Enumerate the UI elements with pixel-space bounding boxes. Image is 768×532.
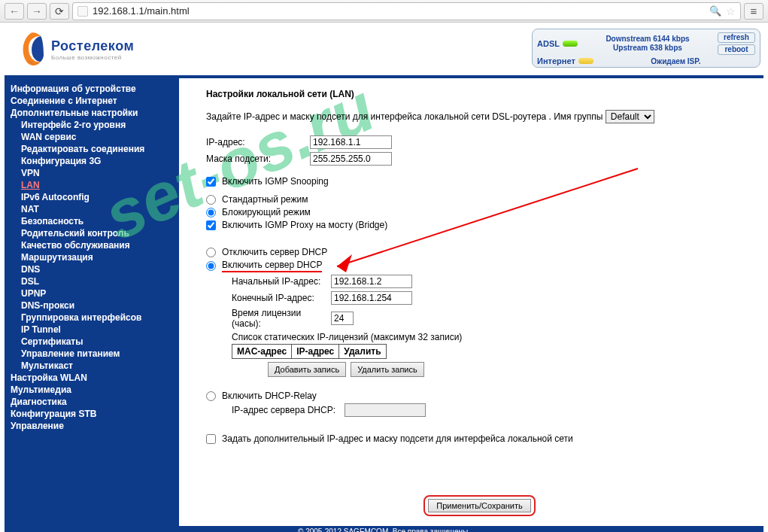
lease-label: Время лицензии (часы): [232,308,331,329]
brand-logo: Ростелеком Больше возможностей [18,32,134,68]
sidebar-item-21[interactable]: Сертификаты [11,336,179,348]
main-content: set-os.ru Настройки локальной сети (LAN)… [179,78,763,526]
end-ip-label: Конечный IP-адрес: [232,293,331,303]
static-ip-table: MAC-адрес IP-адрес Удалить [232,344,387,359]
start-ip-input[interactable] [331,275,412,288]
reload-button[interactable]: ⟳ [50,3,69,20]
sidebar-item-7[interactable]: VPN [11,167,179,179]
logo-tagline: Больше возможностей [51,54,134,61]
sidebar-item-18[interactable]: DNS-прокси [11,299,179,312]
th-delete: Удалить [339,345,386,359]
start-ip-label: Начальный IP-адрес: [232,276,331,287]
sidebar-item-23[interactable]: Мультикаст [11,360,179,372]
relay-ip-input[interactable] [345,403,426,417]
dhcp-relay-radio[interactable] [206,391,216,401]
logo-icon [18,32,44,68]
igmp-bridge-checkbox[interactable] [206,220,216,230]
internet-label: Интернет [537,56,575,65]
sidebar-item-3[interactable]: Интерфейс 2-го уровня [11,119,179,131]
mode-standard-label: Стандартный режим [222,194,308,205]
back-button[interactable]: ← [5,3,24,20]
sidebar-item-27[interactable]: Конфигурация STB [11,408,179,420]
sidebar-item-8[interactable]: LAN [11,179,179,191]
sidebar-item-1[interactable]: Соединение с Интернет [11,95,179,107]
refresh-button[interactable]: refresh [718,32,755,43]
sidebar-item-11[interactable]: Безопасность [11,215,179,227]
group-select[interactable]: Default [606,110,654,123]
page-footer: © 2005-2012 SAGEMCOM. Все права защищены… [5,526,763,532]
sidebar-item-5[interactable]: Редактировать соединения [11,143,179,155]
sidebar-item-15[interactable]: DNS [11,263,179,275]
downstream-text: Downstream 6144 kbps [581,35,715,44]
extra-ip-checkbox[interactable] [206,434,216,444]
dhcp-on-label: Включить сервер DHCP [222,260,322,272]
igmp-bridge-label: Включить IGMP Proxy на мосту (Bridge) [222,220,387,230]
sidebar-nav: Информация об устройствеСоединение с Инт… [5,78,179,526]
url-text: 192.168.1.1/main.html [93,5,705,17]
remove-entry-button[interactable]: Удалить запись [351,362,424,377]
add-entry-button[interactable]: Добавить запись [268,362,346,377]
internet-status: Ожидаем ISP. [596,57,755,65]
sidebar-item-4[interactable]: WAN сервис [11,131,179,143]
forward-button[interactable]: → [27,3,47,20]
mask-label: Маска подсети: [206,154,310,164]
sidebar-item-10[interactable]: NAT [11,203,179,215]
sidebar-item-0[interactable]: Информация об устройстве [11,83,179,95]
lease-input[interactable] [331,312,354,325]
address-bar[interactable]: 192.168.1.1/main.html 🔍 ☆ [72,2,741,20]
sidebar-item-2[interactable]: Дополнительные настройки [11,107,179,119]
adsl-label: ADSL [537,39,560,48]
mode-blocking-radio[interactable] [206,208,216,217]
search-icon[interactable]: 🔍 [709,5,721,17]
status-box: ADSL Downstream 6144 kbps Upstream 638 k… [532,29,760,68]
igmp-snooping-label: Включить IGMP Snooping [222,176,329,187]
dhcp-relay-label: Включить DHCP-Relay [222,391,317,401]
mode-standard-radio[interactable] [206,195,216,205]
apply-save-button[interactable]: Применить/Сохранить [428,499,531,512]
sidebar-item-17[interactable]: UPNP [11,287,179,299]
sidebar-item-14[interactable]: Маршрутизация [11,251,179,263]
th-mac: MAC-адрес [232,345,292,359]
upstream-text: Upstream 638 kbps [581,44,715,53]
th-ip: IP-адрес [292,345,339,359]
sidebar-item-19[interactable]: Группировка интерфейсов [11,312,179,324]
page-title: Настройки локальной сети (LAN) [206,89,753,99]
page-icon [77,6,88,17]
sidebar-item-12[interactable]: Родительский контроль [11,227,179,239]
extra-ip-label: Задать дополнительный IP-адрес и маску п… [222,433,573,444]
sidebar-item-13[interactable]: Качество обслуживания [11,239,179,251]
page-header: Ростелеком Больше возможностей ADSL Down… [5,26,763,75]
sidebar-item-22[interactable]: Управление питанием [11,348,179,360]
bookmark-icon[interactable]: ☆ [726,5,736,17]
sidebar-item-28[interactable]: Управление [11,420,179,432]
relay-ip-label: IP-адрес сервера DHCP: [232,405,345,415]
apply-highlight: Применить/Сохранить [423,495,536,516]
reboot-button[interactable]: reboot [718,44,755,55]
sidebar-item-20[interactable]: IP Tunnel [11,324,179,336]
page-description: Задайте IP-адрес и маску подсети для инт… [206,110,753,123]
mode-blocking-label: Блокирующий режим [222,207,311,217]
sidebar-item-16[interactable]: DSL [11,275,179,287]
static-caption: Список статических IP-лицензий (максимум… [232,332,753,342]
logo-name: Ростелеком [51,38,134,54]
dhcp-on-radio[interactable] [206,261,216,271]
ip-label: IP-адрес: [206,137,310,147]
sidebar-item-24[interactable]: Настройка WLAN [11,372,179,384]
end-ip-input[interactable] [331,291,412,305]
sidebar-item-25[interactable]: Мультимедиа [11,384,179,396]
mask-input[interactable] [310,152,392,166]
adsl-led-icon [563,41,578,47]
sidebar-item-26[interactable]: Диагностика [11,396,179,408]
menu-button[interactable]: ≡ [744,3,763,20]
browser-toolbar: ← → ⟳ 192.168.1.1/main.html 🔍 ☆ ≡ [0,0,768,23]
sidebar-item-6[interactable]: Конфигурация 3G [11,155,179,167]
sidebar-item-9[interactable]: IPv6 Autoconfig [11,191,179,203]
ip-input[interactable] [310,135,392,149]
dhcp-off-label: Отключить сервер DHCP [222,247,327,257]
internet-led-icon [578,58,593,64]
dhcp-off-radio[interactable] [206,248,216,257]
igmp-snooping-checkbox[interactable] [206,177,216,187]
